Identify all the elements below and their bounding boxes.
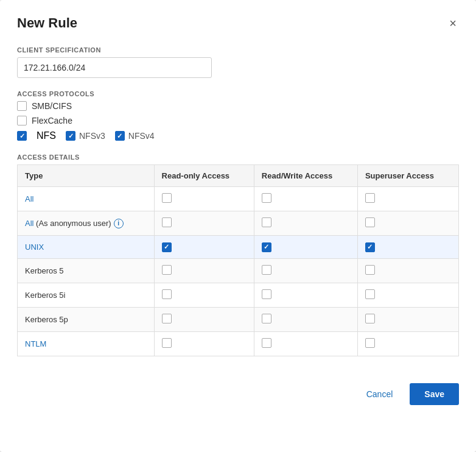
- ntlm-readonly-checkbox[interactable]: [162, 338, 172, 348]
- nfsv4-label[interactable]: NFSv4: [128, 131, 155, 141]
- col-read-only: Read-only Access: [154, 165, 254, 187]
- nfs-checkbox[interactable]: [17, 131, 27, 141]
- anon-readonly-checkbox[interactable]: [162, 217, 172, 227]
- read-only-cell: [154, 307, 254, 331]
- type-cell: All (As anonymous user) i: [18, 211, 155, 236]
- table-row: Kerberos 5i: [18, 283, 459, 307]
- smb-label[interactable]: SMB/CIFS: [32, 101, 72, 111]
- flexcache-label[interactable]: FlexCache: [32, 116, 72, 125]
- access-protocols-section: ACCESS PROTOCOLS SMB/CIFS FlexCache NFS …: [17, 90, 459, 141]
- superuser-cell: [357, 236, 458, 259]
- read-write-cell: [254, 236, 357, 259]
- anon-readwrite-checkbox[interactable]: [262, 217, 271, 227]
- superuser-cell: [357, 211, 458, 236]
- nfsv3-label[interactable]: NFSv3: [79, 131, 105, 141]
- superuser-cell: [357, 258, 458, 283]
- anon-superuser-checkbox[interactable]: [365, 217, 375, 227]
- type-cell: Kerberos 5i: [18, 283, 155, 307]
- table-row: All: [18, 187, 459, 211]
- cancel-button[interactable]: Cancel: [357, 383, 403, 405]
- col-read-write: Read/Write Access: [254, 165, 357, 187]
- access-table: Type Read-only Access Read/Write Access …: [17, 164, 459, 356]
- read-write-cell: [254, 331, 357, 356]
- unix-superuser-checkbox[interactable]: [365, 242, 375, 252]
- dialog-header: New Rule ×: [17, 15, 459, 32]
- smb-checkbox[interactable]: [17, 101, 27, 111]
- type-cell: UNIX: [18, 236, 155, 259]
- ntlm-superuser-checkbox[interactable]: [365, 338, 375, 348]
- dialog-title: New Rule: [17, 15, 77, 31]
- col-superuser: Superuser Access: [357, 165, 458, 187]
- nfsv4-subprotocol: NFSv4: [115, 131, 155, 141]
- client-spec-section: CLIENT SPECIFICATION: [17, 46, 459, 78]
- info-icon[interactable]: i: [114, 219, 124, 228]
- unix-readwrite-checkbox[interactable]: [262, 242, 271, 252]
- ntlm-readwrite-checkbox[interactable]: [262, 338, 271, 348]
- access-details-section: ACCESS DETAILS Type Read-only Access Rea…: [17, 154, 459, 356]
- new-rule-dialog: New Rule × CLIENT SPECIFICATION ACCESS P…: [0, 0, 476, 452]
- superuser-cell: [357, 283, 458, 307]
- kerb5-readonly-checkbox[interactable]: [162, 265, 172, 275]
- read-only-cell: [154, 211, 254, 236]
- unix-readonly-checkbox[interactable]: [162, 242, 172, 252]
- read-only-cell: [154, 283, 254, 307]
- access-protocols-label: ACCESS PROTOCOLS: [17, 90, 459, 97]
- read-only-cell: [154, 236, 254, 259]
- superuser-cell: [357, 307, 458, 331]
- kerb5-superuser-checkbox[interactable]: [365, 265, 375, 275]
- type-cell: NTLM: [18, 331, 155, 356]
- read-write-cell: [254, 258, 357, 283]
- kerb5i-readwrite-checkbox[interactable]: [262, 289, 271, 299]
- kerb5-readwrite-checkbox[interactable]: [262, 265, 271, 275]
- protocol-nfs-row: NFS NFSv3 NFSv4: [17, 130, 459, 141]
- nfsv3-checkbox[interactable]: [66, 131, 75, 141]
- type-cell: All: [18, 187, 155, 211]
- read-write-cell: [254, 187, 357, 211]
- all-superuser-checkbox[interactable]: [365, 193, 375, 203]
- all-readwrite-checkbox[interactable]: [262, 193, 271, 203]
- table-header-row: Type Read-only Access Read/Write Access …: [18, 165, 459, 187]
- close-button[interactable]: ×: [447, 15, 459, 32]
- type-cell: Kerberos 5: [18, 258, 155, 283]
- nfsv4-checkbox[interactable]: [115, 131, 125, 141]
- protocol-flexcache-row: FlexCache: [17, 116, 459, 125]
- read-write-cell: [254, 307, 357, 331]
- table-row: NTLM: [18, 331, 459, 356]
- col-type: Type: [18, 165, 155, 187]
- table-row: Kerberos 5p: [18, 307, 459, 331]
- type-text: All (As anonymous user): [25, 219, 111, 228]
- read-write-cell: [254, 211, 357, 236]
- client-spec-input[interactable]: [17, 57, 212, 78]
- kerb5i-superuser-checkbox[interactable]: [365, 289, 375, 299]
- all-readonly-checkbox[interactable]: [162, 193, 172, 203]
- save-button[interactable]: Save: [410, 383, 459, 405]
- flexcache-checkbox[interactable]: [17, 116, 27, 125]
- dialog-footer: Cancel Save: [17, 373, 459, 405]
- client-spec-label: CLIENT SPECIFICATION: [17, 46, 459, 54]
- table-row: All (As anonymous user) i: [18, 211, 459, 236]
- nfsv3-subprotocol: NFSv3: [66, 131, 105, 141]
- access-details-label: ACCESS DETAILS: [17, 154, 459, 161]
- read-only-cell: [154, 258, 254, 283]
- superuser-cell: [357, 331, 458, 356]
- superuser-cell: [357, 187, 458, 211]
- nfs-label[interactable]: NFS: [37, 130, 56, 141]
- read-write-cell: [254, 283, 357, 307]
- kerb5i-readonly-checkbox[interactable]: [162, 289, 172, 299]
- kerb5p-readwrite-checkbox[interactable]: [262, 314, 271, 323]
- protocol-smb-row: SMB/CIFS: [17, 101, 459, 111]
- type-cell-content: All (As anonymous user) i: [25, 219, 147, 228]
- read-only-cell: [154, 331, 254, 356]
- read-only-cell: [154, 187, 254, 211]
- kerb5p-superuser-checkbox[interactable]: [365, 314, 375, 323]
- type-cell: Kerberos 5p: [18, 307, 155, 331]
- kerb5p-readonly-checkbox[interactable]: [162, 314, 172, 323]
- table-row-unix: UNIX: [18, 236, 459, 259]
- table-row: Kerberos 5: [18, 258, 459, 283]
